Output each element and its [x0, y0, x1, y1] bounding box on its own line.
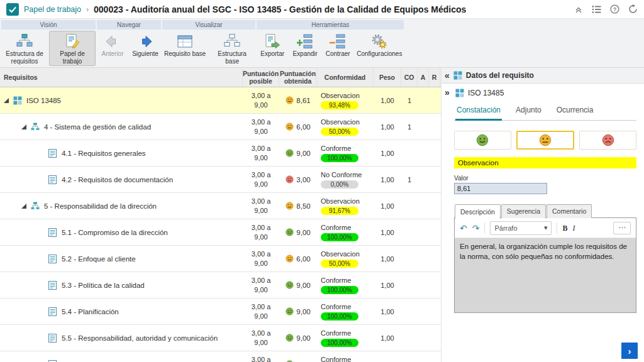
panel-body: » ISO 13485 ConstataciónAdjuntoOcurrenci…: [441, 84, 644, 362]
ribbon-group-buttons: AnteriorSiguiente: [97, 30, 161, 67]
yellow-face-icon: [286, 255, 294, 263]
co-cell: [401, 193, 418, 219]
ribbon-button-siguiente[interactable]: Siguiente: [130, 31, 161, 59]
bold-button[interactable]: B: [562, 224, 567, 232]
table-row[interactable]: 4.1 - Requisitos generales3,00 a 9,009,0…: [0, 140, 441, 167]
requirement-cell: 4.2 - Requisitos de documentación: [0, 167, 243, 192]
more-options-button[interactable]: ⋯: [613, 222, 631, 234]
red-face-button[interactable]: [579, 131, 636, 150]
column-header-puntuacion-obtenida[interactable]: Puntuación obtenida: [279, 68, 317, 87]
column-header-a[interactable]: A: [418, 68, 429, 87]
green-face-button[interactable]: [454, 131, 511, 150]
ribbon-button-estructura-base[interactable]: Estructura base: [209, 31, 255, 66]
conformity-percent-badge: 50,00%: [321, 260, 358, 268]
expand-toggle-icon[interactable]: [21, 204, 26, 209]
requirement-cell: 5.2 - Enfoque al cliente: [0, 246, 243, 272]
weight-cell: 1,00: [374, 167, 401, 192]
table-row[interactable]: 5.1 - Compromiso de la dirección3,00 a 9…: [0, 219, 441, 246]
subtab-sugerencia[interactable]: Sugerencia: [501, 204, 546, 218]
leaf-icon: [48, 149, 58, 158]
ribbon-button-estructura-de-requisitos[interactable]: Estructura de requisitos: [1, 31, 48, 66]
page-title: 000023 - Auditoría anual del SGC - ISO 1…: [94, 4, 466, 14]
expand-icon: [297, 33, 313, 50]
column-header-requisitos[interactable]: Requisitos: [0, 68, 243, 87]
tab-ocurrencia[interactable]: Ocurrencia: [555, 102, 595, 120]
refresh-icon[interactable]: [628, 4, 638, 14]
ribbon-button-label: Estructura de requisitos: [3, 50, 46, 65]
ribbon-button-papel-de-trabajo[interactable]: Papel de trabajo: [49, 31, 96, 66]
requirement-cell: 5.4 - Planificación: [0, 299, 243, 324]
r-cell: [429, 193, 440, 219]
editor-content[interactable]: En general, la organización cumple los r…: [455, 238, 636, 312]
topbar-actions: ?: [574, 4, 638, 14]
app-logo-icon[interactable]: [6, 3, 19, 16]
co-cell: 1: [401, 167, 418, 192]
breadcrumb-separator-icon: ›: [86, 5, 89, 14]
r-cell: [429, 114, 440, 140]
possible-score-cell: 3,00 a 9,00: [243, 219, 279, 245]
next-button[interactable]: ›: [621, 343, 638, 359]
requirement-label: 5.4 - Planificación: [62, 308, 119, 315]
ribbon-button-configuraciones[interactable]: Configuraciones: [355, 31, 404, 59]
r-cell: [429, 272, 440, 298]
subtab-descripcion[interactable]: Descripción: [455, 204, 501, 219]
view-list-icon[interactable]: [592, 5, 601, 14]
ribbon-button-exportar[interactable]: Exportar: [257, 31, 288, 59]
table-row[interactable]: 5.6 - Revisión por la dirección3,00 a 9,…: [0, 351, 441, 362]
table-row[interactable]: 5.3 - Política de la calidad3,00 a 9,009…: [0, 272, 441, 299]
ribbon-button-requisito-base[interactable]: Requisito base: [162, 31, 208, 59]
r-cell: [429, 167, 440, 192]
weight-cell: 1,00: [374, 272, 401, 298]
ribbon-button-label: Estructura base: [211, 50, 253, 65]
table-row[interactable]: 4.2 - Requisitos de documentación3,00 a …: [0, 167, 441, 193]
italic-button[interactable]: I: [572, 224, 575, 232]
ribbon-button-contraer[interactable]: Contraer: [322, 31, 353, 59]
co-cell: [401, 299, 418, 324]
yellow-face-button[interactable]: [516, 131, 575, 150]
help-icon[interactable]: ?: [610, 4, 619, 14]
expand-toggle-icon[interactable]: [21, 124, 26, 129]
table-row[interactable]: ISO 134853,00 a 9,008,61Observacion93,48…: [0, 87, 441, 114]
panel-title: Datos del requisito: [466, 71, 534, 80]
co-cell: [401, 246, 418, 272]
column-header-puntuacion-posible[interactable]: Puntuación posible: [243, 68, 279, 87]
valor-input[interactable]: [454, 183, 547, 194]
green-face-icon: [286, 281, 294, 289]
undo-icon[interactable]: ↶: [460, 224, 467, 233]
next-icon: [137, 33, 153, 50]
selected-requirement-label: ISO 13485: [468, 89, 504, 97]
column-header-conformidad[interactable]: Conformidad: [317, 68, 374, 87]
table-row[interactable]: 5.4 - Planificación3,00 a 9,009,00Confor…: [0, 299, 441, 325]
breadcrumb[interactable]: Papel de trabajo: [24, 5, 81, 14]
column-header-peso[interactable]: Peso: [374, 68, 401, 87]
tab-adjunto[interactable]: Adjunto: [514, 102, 543, 120]
collapse-panel-icon[interactable]: «: [445, 71, 450, 80]
table-row[interactable]: 5 - Responsabilidad de la dirección3,00 …: [0, 193, 441, 219]
expand-toggle-icon: [39, 177, 44, 182]
expand-panel-icon[interactable]: »: [445, 87, 450, 97]
red-face-icon: [602, 134, 614, 146]
collapse-ribbon-icon[interactable]: [574, 5, 583, 14]
table-row[interactable]: 5.5 - Responsabilidad, autoridad y comun…: [0, 325, 441, 351]
possible-score-cell: 3,00 a 9,00: [243, 272, 279, 298]
ribbon-button-expandir[interactable]: Expandir: [289, 31, 321, 59]
r-cell: [429, 351, 440, 362]
obtained-score-cell: 9,00: [279, 140, 317, 166]
structure-requirements-icon: [16, 33, 33, 50]
requirement-cell: 4.1 - Requisitos generales: [0, 140, 243, 166]
a-cell: [418, 87, 429, 113]
selected-requirement: ISO 13485: [455, 89, 636, 97]
paragraph-style-dropdown[interactable]: Párrafo ▾: [490, 221, 552, 235]
subtab-comentario[interactable]: Comentario: [547, 204, 592, 218]
weight-cell: 1,00: [374, 351, 401, 362]
ribbon-button-anterior[interactable]: Anterior: [97, 31, 128, 59]
tab-constatacion[interactable]: Constatación: [455, 102, 502, 121]
table-row[interactable]: 5.2 - Enfoque al cliente3,00 a 9,006,00O…: [0, 246, 441, 272]
possible-score-cell: 3,00 a 9,00: [243, 299, 279, 324]
column-header-co[interactable]: CO: [401, 68, 418, 87]
ribbon-group-herramientas: HerramientasExportarExpandirContraerConf…: [257, 20, 404, 67]
table-row[interactable]: 4 - Sistema de gestión de calidad3,00 a …: [0, 114, 441, 140]
redo-icon[interactable]: ↷: [472, 224, 480, 233]
column-header-r[interactable]: R: [429, 68, 440, 87]
expand-toggle-icon[interactable]: [4, 98, 9, 103]
